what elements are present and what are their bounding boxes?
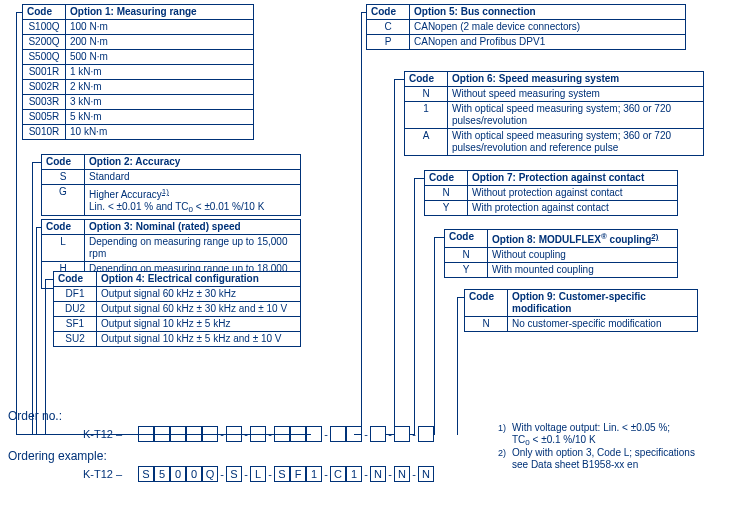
footnotes: 1) With voltage output: Lin. < ±0.05 %; …: [498, 422, 698, 471]
footnote-ref-2[interactable]: 2): [651, 232, 658, 241]
opt1-val: 5 kN·m: [66, 110, 254, 125]
col-code: Code: [42, 155, 85, 170]
order-cell: Q: [202, 466, 218, 482]
order-dash: -: [322, 426, 330, 442]
order-dash: -: [362, 466, 370, 482]
option1-title: Option 1: Measuring range: [66, 5, 254, 20]
order-cell: N: [370, 466, 386, 482]
order-cell: [250, 426, 266, 442]
connector-line: [414, 178, 425, 179]
order-cell: 0: [170, 466, 186, 482]
opt6-code: 1: [405, 102, 448, 129]
order-cell: [138, 426, 154, 442]
opt7-code: Y: [425, 201, 468, 216]
opt8-val: Without coupling: [488, 248, 678, 263]
opt1-val: 2 kN·m: [66, 80, 254, 95]
opt8-val: With mounted coupling: [488, 263, 678, 278]
order-dash: -: [242, 466, 250, 482]
opt1-code: S003R: [23, 95, 66, 110]
order-prefix: K-T12 –: [83, 468, 122, 480]
order-cell: [346, 426, 362, 442]
footnote-ref-1[interactable]: 1): [162, 187, 169, 196]
opt5-val: CANopen and Profibus DPV1: [410, 35, 686, 50]
connector-line: [434, 237, 445, 238]
footnote-num: 1): [498, 422, 512, 447]
opt6-val: Without speed measuring system: [448, 87, 704, 102]
opt4-val: Output signal 60 kHz ± 30 kHz and ± 10 V: [97, 302, 301, 317]
order-cell: L: [250, 466, 266, 482]
opt4-code: SF1: [54, 317, 97, 332]
opt7-code: N: [425, 186, 468, 201]
order-cell: [202, 426, 218, 442]
opt1-val: 500 N·m: [66, 50, 254, 65]
opt3-val: Depending on measuring range up to 15,00…: [85, 235, 301, 262]
opt4-code: SU2: [54, 332, 97, 347]
connector-line: [32, 162, 42, 163]
option6-table: Code Option 6: Speed measuring system NW…: [404, 71, 704, 156]
order-cell: [154, 426, 170, 442]
footnote-text: Only with option 3, Code L; specificatio…: [512, 447, 698, 471]
col-code: Code: [367, 5, 410, 20]
opt5-code: C: [367, 20, 410, 35]
opt4-code: DU2: [54, 302, 97, 317]
order-cell: [370, 426, 386, 442]
connector-line: [36, 227, 37, 435]
order-dash: -: [218, 426, 226, 442]
opt8-code: Y: [445, 263, 488, 278]
opt4-code: DF1: [54, 287, 97, 302]
opt7-val: Without protection against contact: [468, 186, 678, 201]
option6-title: Option 6: Speed measuring system: [448, 72, 704, 87]
order-cell: [170, 426, 186, 442]
order-dash: -: [386, 426, 394, 442]
col-code: Code: [405, 72, 448, 87]
order-dash: -: [410, 426, 418, 442]
opt5-val: CANopen (2 male device connectors): [410, 20, 686, 35]
opt1-code: S200Q: [23, 35, 66, 50]
opt1-val: 1 kN·m: [66, 65, 254, 80]
opt2-code: S: [42, 170, 85, 185]
opt4-val: Output signal 10 kHz ± 5 kHz: [97, 317, 301, 332]
col-code: Code: [465, 290, 508, 317]
footnote-num: 2): [498, 447, 512, 471]
order-cell: N: [394, 466, 410, 482]
connector-line: [457, 297, 465, 298]
order-cell: [394, 426, 410, 442]
option7-table: Code Option 7: Protection against contac…: [424, 170, 678, 216]
connector-line: [414, 178, 415, 435]
opt1-code: S100Q: [23, 20, 66, 35]
order-cell: [290, 426, 306, 442]
col-code: Code: [425, 171, 468, 186]
option4-title: Option 4: Electrical configuration: [97, 272, 301, 287]
order-cell: 0: [186, 466, 202, 482]
opt6-code: N: [405, 87, 448, 102]
opt8-code: N: [445, 248, 488, 263]
option9-table: Code Option 9: Customer-specific modific…: [464, 289, 698, 332]
option8-title: Option 8: MODULFLEX® coupling2): [488, 230, 678, 248]
opt1-code: S010R: [23, 125, 66, 140]
option3-title: Option 3: Nominal (rated) speed: [85, 220, 301, 235]
connector-line: [32, 162, 33, 435]
order-no-label: Order no.:: [8, 409, 62, 423]
order-cell: 1: [306, 466, 322, 482]
order-cell: S: [138, 466, 154, 482]
opt3-code: L: [42, 235, 85, 262]
order-dash: -: [386, 466, 394, 482]
option2-title: Option 2: Accuracy: [85, 155, 301, 170]
order-cell: [274, 426, 290, 442]
option7-title: Option 7: Protection against contact: [468, 171, 678, 186]
option9-title: Option 9: Customer-specific modification: [508, 290, 698, 317]
order-cell: S: [226, 466, 242, 482]
order-cell: N: [418, 466, 434, 482]
col-code: Code: [54, 272, 97, 287]
connector-line: [16, 12, 17, 435]
opt1-val: 200 N·m: [66, 35, 254, 50]
opt2-val: Standard: [85, 170, 301, 185]
opt1-val: 3 kN·m: [66, 95, 254, 110]
order-dash: -: [362, 426, 370, 442]
order-cell: [226, 426, 242, 442]
order-cell: [330, 426, 346, 442]
option5-title: Option 5: Bus connection: [410, 5, 686, 20]
option4-table: Code Option 4: Electrical configuration …: [53, 271, 301, 347]
order-dash: -: [410, 466, 418, 482]
col-code: Code: [42, 220, 85, 235]
